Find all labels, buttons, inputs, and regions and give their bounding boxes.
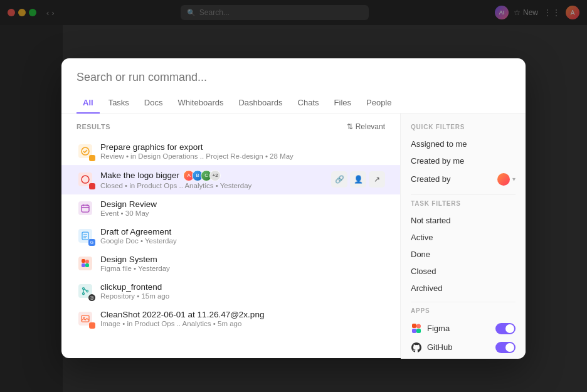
result-meta: Review • in Design Operations .. Project…: [100, 152, 385, 160]
tab-docs[interactable]: Docs: [138, 93, 169, 114]
filter-github[interactable]: GitHub: [401, 338, 526, 357]
result-icon-figma: [77, 255, 94, 272]
modal-overlay[interactable]: All Tasks Docs Whiteboards Dashboards Ch…: [0, 0, 587, 392]
filter-figma[interactable]: Figma: [401, 319, 526, 338]
result-content: Draft of Agreement Google Doc • Yesterda…: [100, 227, 385, 245]
result-meta: Event • 30 May: [100, 209, 385, 217]
tab-dashboards[interactable]: Dashboards: [232, 93, 288, 114]
quick-filters-title: QUICK FILTERS: [401, 124, 526, 135]
result-title: Prepare graphics for export: [100, 142, 203, 152]
search-input[interactable]: [61, 58, 526, 93]
result-meta: Image • in Product Ops .. Analytics • 5m…: [100, 320, 385, 327]
svg-rect-10: [82, 259, 85, 263]
result-icon-calendar: [77, 199, 94, 217]
result-meta: Figma file • Yesterday: [100, 265, 385, 272]
svg-rect-21: [412, 324, 416, 328]
result-content: Prepare graphics for export Review • in …: [100, 142, 385, 160]
svg-line-18: [84, 289, 87, 290]
link-button[interactable]: 🔗: [331, 171, 347, 188]
svg-rect-22: [412, 329, 416, 333]
svg-rect-11: [82, 263, 85, 267]
filter-done[interactable]: Done: [401, 246, 526, 263]
svg-point-12: [85, 260, 89, 263]
result-content: Design System Figma file • Yesterday: [100, 255, 385, 272]
sort-icon: ⇅: [347, 122, 353, 131]
tab-files[interactable]: Files: [328, 93, 357, 114]
modal-tabs: All Tasks Docs Whiteboards Dashboards Ch…: [61, 93, 526, 114]
divider: [411, 302, 516, 302]
tab-people[interactable]: People: [360, 93, 398, 114]
svg-point-15: [83, 292, 85, 294]
figma-icon: [411, 323, 422, 334]
apps-title: APPS: [401, 307, 526, 319]
filter-archived[interactable]: Archived: [401, 280, 526, 297]
result-title: Design System: [100, 255, 157, 264]
result-item[interactable]: Prepare graphics for export Review • in …: [61, 137, 400, 165]
svg-rect-24: [416, 329, 421, 333]
tab-all[interactable]: All: [77, 93, 100, 114]
filter-created-by-me[interactable]: Created by me: [401, 152, 526, 169]
result-icon-task: [77, 171, 94, 188]
result-meta: Repository • 15m ago: [100, 292, 385, 300]
github-icon: [411, 342, 422, 353]
result-title: Design Review: [100, 199, 157, 209]
result-icon-repo: ◎: [77, 282, 94, 300]
filters-panel: QUICK FILTERS Assigned to me Created by …: [400, 114, 526, 358]
svg-rect-19: [82, 315, 89, 322]
result-content: Design Review Event • 30 May: [100, 199, 385, 217]
filter-created-by[interactable]: Created by ▾: [401, 169, 526, 189]
tab-chats[interactable]: Chats: [292, 93, 325, 114]
results-panel: RESULTS ⇅ Relevant: [61, 114, 400, 358]
modal-body: RESULTS ⇅ Relevant: [61, 114, 526, 358]
tab-tasks[interactable]: Tasks: [102, 93, 135, 114]
search-modal: All Tasks Docs Whiteboards Dashboards Ch…: [61, 58, 526, 358]
result-title: Make the logo bigger: [100, 171, 179, 180]
svg-rect-2: [82, 205, 89, 212]
results-label: RESULTS: [77, 123, 110, 130]
assign-button[interactable]: 👤: [350, 171, 366, 188]
result-item[interactable]: Make the logo bigger A B C +2 Closed • i…: [61, 165, 400, 194]
svg-point-20: [83, 317, 85, 318]
filter-avatar: [497, 173, 510, 186]
filter-closed[interactable]: Closed: [401, 263, 526, 280]
svg-rect-13: [85, 263, 89, 267]
open-button[interactable]: ↗: [369, 171, 385, 188]
task-filters-title: TASK FILTERS: [401, 200, 526, 212]
result-item[interactable]: Design System Figma file • Yesterday: [61, 250, 400, 277]
sort-button[interactable]: ⇅ Relevant: [347, 122, 385, 131]
tab-whiteboards[interactable]: Whiteboards: [171, 93, 230, 114]
result-title: clickup_frontend: [100, 282, 162, 292]
result-content: clickup_frontend Repository • 15m ago: [100, 282, 385, 300]
result-meta: Closed • in Product Ops .. Analytics • Y…: [100, 182, 325, 189]
result-content: Make the logo bigger A B C +2 Closed • i…: [100, 170, 325, 189]
figma-toggle[interactable]: [495, 323, 516, 334]
result-actions: 🔗 👤 ↗: [331, 171, 385, 188]
result-item[interactable]: ◎ clickup_frontend Repository • 15m ago: [61, 277, 400, 305]
github-toggle[interactable]: [495, 342, 516, 353]
result-item[interactable]: CleanShot 2022-06-01 at 11.26.47@2x.png …: [61, 305, 400, 332]
chevron-down-icon: ▾: [512, 176, 516, 183]
result-avatars: A B C +2: [183, 170, 221, 181]
filter-assigned-to-me[interactable]: Assigned to me: [401, 135, 526, 152]
divider: [411, 194, 516, 195]
filter-google-calendar[interactable]: 31 Google Calendar: [401, 357, 526, 358]
result-icon-doc: G: [77, 227, 94, 245]
filter-not-started[interactable]: Not started: [401, 212, 526, 229]
result-icon-image: [77, 310, 94, 327]
result-title: CleanShot 2022-06-01 at 11.26.47@2x.png: [100, 310, 264, 319]
results-header: RESULTS ⇅ Relevant: [61, 122, 400, 137]
result-item[interactable]: Design Review Event • 30 May: [61, 194, 400, 222]
result-item[interactable]: G Draft of Agreement Google Doc • Yester…: [61, 222, 400, 250]
result-icon-task: [77, 142, 94, 160]
svg-point-1: [82, 176, 89, 183]
svg-point-23: [416, 324, 421, 328]
result-meta: Google Doc • Yesterday: [100, 237, 385, 245]
result-title: Draft of Agreement: [100, 227, 171, 236]
filter-active[interactable]: Active: [401, 229, 526, 246]
result-content: CleanShot 2022-06-01 at 11.26.47@2x.png …: [100, 310, 385, 327]
